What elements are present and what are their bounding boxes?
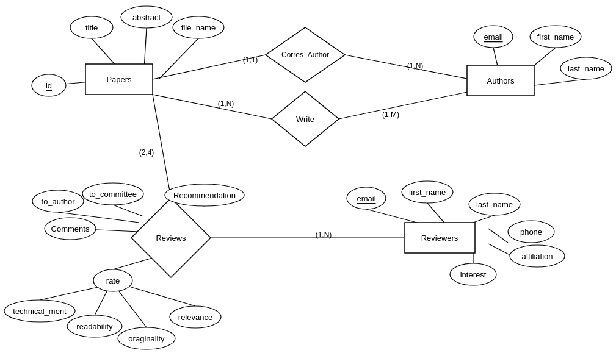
write-label: Write <box>296 115 314 124</box>
card-papers-write: (1,N) <box>218 99 234 108</box>
papers-label: Papers <box>106 75 132 84</box>
attr-reviewers-phone-label: phone <box>520 227 542 237</box>
corres-author-label: Corres_Author <box>281 51 329 59</box>
attr-rate-label: rate <box>106 276 120 285</box>
reviews-label: Reviews <box>156 234 186 243</box>
attr-rate-oraginality-label: oraginality <box>128 334 165 343</box>
card-papers-reviews: (2,4) <box>139 148 154 157</box>
attr-reviews-to-committee-label: to_committee <box>89 190 137 199</box>
attr-reviewers-interest-label: interest <box>460 270 487 279</box>
card-corres-authors: (1,N) <box>407 62 424 70</box>
attr-reviewers-lastname-label: last_name <box>476 200 513 209</box>
er-diagram: (1,1) (1,N) (1,N) (1,M) (2,4) (1,N) Pape… <box>0 0 616 364</box>
attr-reviewers-email-label: email <box>357 194 375 203</box>
attr-authors-firstname-label: first_name <box>537 32 574 41</box>
conn-papers-write <box>153 95 272 119</box>
conn-reviewers-lastname <box>473 215 495 223</box>
reviewers-label: Reviewers <box>421 234 458 243</box>
conn-papers-filename <box>159 38 198 79</box>
attr-reviews-to-author-label: to_author <box>42 197 76 206</box>
card-write-authors: (1,M) <box>382 110 399 119</box>
attr-rate-technical-label: technical_merit <box>13 307 67 316</box>
attr-reviews-recommendation-label: Recommendation <box>173 191 236 200</box>
attr-reviewers-affiliation-label: affiliation <box>521 252 553 261</box>
conn-rate-oraginality <box>119 291 147 327</box>
conn-reviewers-phone <box>488 229 508 243</box>
conn-rate-technical <box>40 287 101 300</box>
attr-rate-readability-label: readability <box>76 322 113 331</box>
conn-rate-relevance <box>125 285 195 306</box>
conn-reviews-to-committee <box>113 205 143 216</box>
attr-authors-lastname-label: last_name <box>568 64 604 73</box>
conn-write-authors <box>339 91 470 119</box>
attr-reviews-comments-label: Comments <box>51 224 90 234</box>
conn-rate-readability <box>95 291 107 315</box>
card-reviews-reviewers: (1,N) <box>316 230 332 239</box>
conn-authors-lastname <box>534 79 586 85</box>
attr-reviewers-firstname-label: first_name <box>409 188 446 197</box>
attr-papers-filename-label: file_name <box>181 23 216 32</box>
conn-papers-reviews <box>153 95 171 198</box>
conn-reviewers-firstname <box>427 203 446 224</box>
authors-label: Authors <box>487 76 515 85</box>
attr-papers-title-label: title <box>85 23 98 32</box>
card-papers-corres: (1,1) <box>243 55 258 64</box>
attr-papers-abstract-label: abstract <box>132 13 161 22</box>
conn-reviewers-affiliation <box>488 244 510 255</box>
attr-papers-id-label: id <box>46 81 52 90</box>
attr-authors-email-label: email <box>484 32 502 41</box>
attr-rate-relevance-label: relevance <box>178 313 212 322</box>
